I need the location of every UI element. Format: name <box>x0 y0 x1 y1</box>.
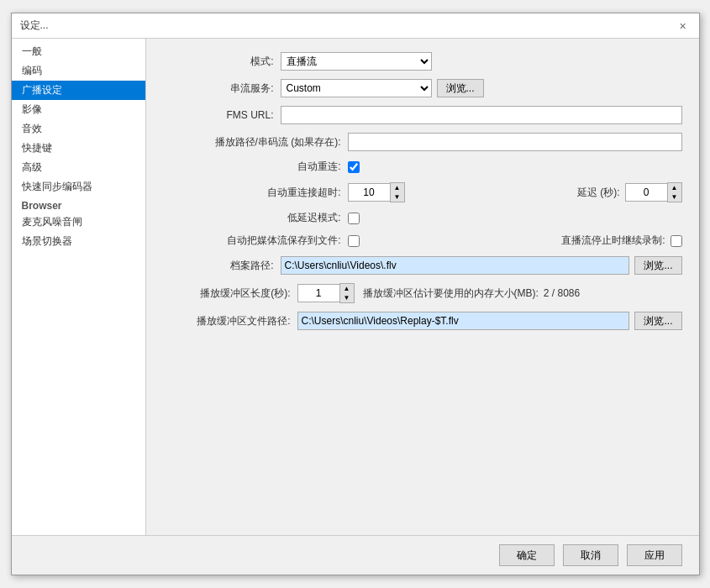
delay-input[interactable] <box>625 183 667 202</box>
close-button[interactable]: × <box>676 18 691 34</box>
replay-buffer-label: 播放缓冲区文件路径: <box>163 314 297 328</box>
reconnect-timeout-spinner: ▲ ▼ <box>348 182 405 202</box>
delay-spinner-down-button[interactable]: ▼ <box>668 192 681 202</box>
cancel-button[interactable]: 取消 <box>563 544 618 566</box>
buffer-spinner-down-button[interactable]: ▼ <box>340 293 354 302</box>
mem-info: 播放缓冲区估计要使用的内存大小(MB): 2 / 8086 <box>363 286 581 301</box>
auto-save-label: 自动把媒体流保存到文件: <box>163 234 348 248</box>
replay-buffer-row: 播放缓冲区文件路径: 浏览... <box>163 312 682 330</box>
sidebar-item-encoding[interactable]: 编码 <box>12 61 145 81</box>
mode-select[interactable]: 直播流 <box>281 52 432 71</box>
sidebar-separator: Browser <box>12 197 145 213</box>
spinner-down-button[interactable]: ▼ <box>391 192 404 202</box>
replay-buffer-input[interactable] <box>297 312 630 330</box>
live-continue-label: 直播流停止时继续录制: <box>561 234 665 248</box>
delay-spinner: ▲ ▼ <box>625 182 682 202</box>
replay-browse-button[interactable]: 浏览... <box>634 312 681 330</box>
auto-reconnect-row: 自动重连: <box>163 160 682 174</box>
spinner-buttons: ▲ ▼ <box>390 182 405 202</box>
sidebar-item-microphone[interactable]: 麦克风噪音闸 <box>12 213 145 232</box>
playback-input[interactable] <box>348 133 682 151</box>
reconnect-timeout-input[interactable] <box>348 183 390 202</box>
stream-service-browse-button[interactable]: 浏览... <box>437 79 484 97</box>
live-continue-checkbox[interactable] <box>671 235 682 247</box>
reconnect-timeout-label: 自动重连接超时: <box>163 186 348 200</box>
archive-path-input[interactable] <box>281 256 630 275</box>
fms-url-label: FMS URL: <box>163 109 281 121</box>
sidebar-item-hotkeys[interactable]: 快捷键 <box>12 139 145 158</box>
sidebar-item-scene-switcher[interactable]: 场景切换器 <box>12 232 145 251</box>
buffer-spinner-buttons: ▲ ▼ <box>339 283 355 303</box>
title-bar: 设定... × <box>12 13 699 39</box>
playback-row: 播放路径/串码流 (如果存在): <box>163 133 682 151</box>
buffer-length-input[interactable] <box>297 284 339 302</box>
stream-service-select[interactable]: Custom Twitch YouTube Mixer <box>281 79 432 97</box>
delay-group: 延迟 (秒): ▲ ▼ <box>577 182 682 202</box>
buffer-mem-value: 2 / 8086 <box>544 287 580 299</box>
sidebar-item-general[interactable]: 一般 <box>12 42 145 61</box>
fms-url-row: FMS URL: <box>163 106 682 124</box>
reconnect-timeout-row: 自动重连接超时: ▲ ▼ 延迟 (秒): ▲ ▼ <box>163 182 682 202</box>
buffer-length-label: 播放缓冲区长度(秒): <box>163 286 297 301</box>
ok-button[interactable]: 确定 <box>499 544 555 566</box>
settings-dialog: 设定... × 一般 编码 广播设定 影像 音效 快捷键 高级 快速同步编码器 … <box>11 13 700 575</box>
sidebar-item-broadcast[interactable]: 广播设定 <box>12 81 145 100</box>
archive-path-label: 档案路径: <box>163 259 281 273</box>
auto-save-checkbox[interactable] <box>348 235 360 247</box>
sidebar-item-audio[interactable]: 音效 <box>12 119 145 139</box>
dialog-body: 一般 编码 广播设定 影像 音效 快捷键 高级 快速同步编码器 Browser … <box>12 39 699 535</box>
apply-button[interactable]: 应用 <box>627 544 682 566</box>
low-latency-row: 低延迟模式: <box>163 211 682 225</box>
auto-reconnect-checkbox[interactable] <box>348 161 360 173</box>
sidebar: 一般 编码 广播设定 影像 音效 快捷键 高级 快速同步编码器 Browser … <box>12 39 146 535</box>
stream-service-row: 串流服务: Custom Twitch YouTube Mixer 浏览... <box>163 79 682 97</box>
sidebar-item-advanced[interactable]: 高级 <box>12 158 145 177</box>
buffer-spinner-up-button[interactable]: ▲ <box>340 284 354 293</box>
low-latency-label: 低延迟模式: <box>163 211 348 225</box>
auto-save-row: 自动把媒体流保存到文件: 直播流停止时继续录制: <box>163 234 682 248</box>
fms-url-input[interactable] <box>281 106 682 124</box>
spinner-up-button[interactable]: ▲ <box>391 183 404 192</box>
delay-spinner-buttons: ▲ ▼ <box>667 182 682 202</box>
auto-reconnect-label: 自动重连: <box>163 160 348 174</box>
dialog-footer: 确定 取消 应用 <box>12 535 699 575</box>
low-latency-checkbox[interactable] <box>348 213 360 224</box>
buffer-length-spinner: ▲ ▼ <box>297 283 355 303</box>
playback-label: 播放路径/串码流 (如果存在): <box>163 135 348 150</box>
archive-browse-button[interactable]: 浏览... <box>634 256 681 275</box>
mode-label: 模式: <box>163 55 281 69</box>
delay-label: 延迟 (秒): <box>577 186 620 200</box>
stream-service-label: 串流服务: <box>163 81 281 96</box>
buffer-length-row: 播放缓冲区长度(秒): ▲ ▼ 播放缓冲区估计要使用的内存大小(MB): 2 /… <box>163 283 682 303</box>
archive-path-row: 档案路径: 浏览... <box>163 256 682 275</box>
sidebar-item-video[interactable]: 影像 <box>12 100 145 119</box>
sidebar-item-quick-sync[interactable]: 快速同步编码器 <box>12 177 145 197</box>
buffer-mem-label: 播放缓冲区估计要使用的内存大小(MB): <box>363 286 539 301</box>
delay-spinner-up-button[interactable]: ▲ <box>668 183 681 192</box>
mode-row: 模式: 直播流 <box>163 52 682 71</box>
main-content: 模式: 直播流 串流服务: Custom Twitch YouTube Mixe… <box>146 39 699 535</box>
dialog-title: 设定... <box>20 18 49 33</box>
